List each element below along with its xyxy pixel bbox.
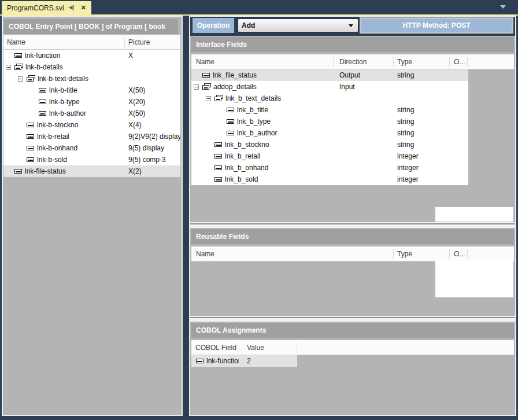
- column-divider[interactable]: [467, 57, 468, 67]
- cobol-tree-row[interactable]: lnk-file-statusX(2): [3, 165, 180, 177]
- cobol-tree-row[interactable]: lnk-b-text-details: [3, 73, 180, 84]
- interface-field-row-type-cell: integer: [393, 162, 449, 174]
- cobol-tree-row-label: lnk-b-onhand: [37, 142, 77, 154]
- column-header-cobol-field[interactable]: COBOL Field: [195, 340, 236, 355]
- collapse-minus-icon[interactable]: [206, 96, 211, 101]
- cobol-tree-row[interactable]: lnk-b-stocknoX(4): [3, 119, 180, 131]
- collapse-minus-icon[interactable]: [18, 76, 23, 82]
- expander-slot: [18, 76, 27, 82]
- interface-field-row-occurs-cell: [449, 162, 467, 174]
- column-header-occurs[interactable]: O...: [454, 54, 465, 69]
- field-icon: [227, 119, 235, 124]
- interface-field-row[interactable]: lnk_b_soldinteger: [191, 174, 468, 185]
- column-header-occurs[interactable]: O...: [454, 246, 465, 261]
- interface-fields-section: Interface Fields Name Direction Type O..…: [190, 36, 515, 222]
- cobol-assignments-title: COBOL Assignments: [191, 323, 514, 338]
- cobol-tree-row[interactable]: lnk-b-sold9(5) comp-3: [3, 154, 180, 165]
- column-divider[interactable]: [393, 249, 394, 259]
- interface-field-row[interactable]: addop_detailsInput: [191, 81, 468, 93]
- cobol-tree-row-picture-cell: X(20): [124, 96, 180, 108]
- interface-field-row[interactable]: lnk_b_titlestring: [191, 104, 468, 116]
- interface-field-row-direction-cell: [333, 93, 393, 104]
- cobol-tree-row-picture-cell: X(50): [124, 108, 180, 119]
- interface-field-row-type-cell: integer: [393, 174, 449, 185]
- interface-field-row[interactable]: lnk_b_authorstring: [191, 127, 468, 139]
- interface-field-row-type-cell: [393, 93, 449, 104]
- cobol-tree-row-label: lnk-b-type: [49, 96, 80, 108]
- interface-field-row-name-cell: lnk_b_author: [191, 127, 333, 139]
- interface-field-row[interactable]: lnk_b_retailinteger: [191, 150, 468, 162]
- interface-field-row[interactable]: lnk_file_statusOutputstring: [191, 69, 468, 81]
- column-header-value[interactable]: Value: [247, 340, 264, 355]
- interface-field-row-label: lnk_b_type: [237, 116, 271, 127]
- cobol-tree-row[interactable]: lnk-b-typeX(20): [3, 96, 180, 108]
- left-table-header: Name Picture: [3, 35, 180, 50]
- field-icon: [39, 110, 47, 116]
- cobol-tree-row-label: lnk-b-text-details: [38, 73, 88, 84]
- section-splitter[interactable]: [190, 316, 515, 322]
- group-icon: [14, 64, 23, 71]
- assignments-rows: lnk-function2: [191, 355, 514, 367]
- pin-icon[interactable]: [68, 5, 75, 11]
- column-header-name[interactable]: Name: [7, 35, 25, 50]
- interface-field-row-label: lnk_file_status: [213, 69, 257, 81]
- cobol-tree-row[interactable]: lnk-b-titleX(50): [3, 84, 180, 96]
- interface-field-row-label: lnk_b_sold: [225, 174, 258, 185]
- interface-field-row-direction-cell: [333, 116, 393, 127]
- interface-field-row-direction-cell: [333, 162, 393, 174]
- column-header-name[interactable]: Name: [196, 54, 214, 69]
- cobol-tree-row-name-cell: lnk-b-type: [3, 96, 124, 108]
- column-header-picture[interactable]: Picture: [128, 35, 150, 50]
- collapse-minus-icon[interactable]: [194, 84, 199, 90]
- cobol-tree-row-label: lnk-b-stockno: [37, 119, 78, 131]
- cobol-tree-row[interactable]: lnk-b-details: [3, 61, 180, 73]
- document-tab[interactable]: ProgramCORS.svi ✕: [2, 1, 91, 14]
- cobol-tree-row-name-cell: lnk-b-sold: [3, 154, 124, 165]
- expander-slot: [206, 96, 214, 101]
- column-divider[interactable]: [467, 249, 468, 259]
- interface-field-row[interactable]: lnk_b_text_details: [191, 93, 468, 104]
- empty-detail-box: [435, 261, 513, 297]
- operation-selected-value: Add: [242, 21, 255, 30]
- close-icon[interactable]: ✕: [81, 5, 86, 11]
- column-divider[interactable]: [449, 57, 450, 67]
- interface-field-row-direction-cell: [333, 174, 393, 185]
- operation-select[interactable]: Add: [238, 19, 358, 32]
- column-divider[interactable]: [393, 57, 394, 67]
- cobol-tree-row[interactable]: lnk-b-authorX(50): [3, 108, 180, 119]
- collapse-minus-icon[interactable]: [6, 65, 11, 70]
- column-divider[interactable]: [239, 342, 239, 352]
- reusable-table-header: Name Type O...: [191, 246, 514, 261]
- cobol-tree-row-label: lnk-file-status: [25, 165, 66, 177]
- cobol-tree-row[interactable]: lnk-b-onhand9(5) display: [3, 142, 180, 154]
- cobol-tree-row-label: lnk-b-details: [25, 61, 63, 73]
- cobol-tree-row[interactable]: lnk-functionX: [3, 50, 180, 61]
- interface-field-row-occurs-cell: [449, 69, 467, 81]
- column-header-type[interactable]: Type: [397, 246, 412, 261]
- column-header-direction[interactable]: Direction: [339, 54, 367, 69]
- interface-field-row-occurs-cell: [449, 150, 467, 162]
- column-divider[interactable]: [297, 342, 297, 352]
- cobol-tree-row[interactable]: lnk-b-retail9(2)V9(2) display: [3, 131, 180, 142]
- column-divider[interactable]: [449, 249, 450, 259]
- interface-field-row-label: lnk_b_text_details: [225, 93, 281, 104]
- interface-fields-tree: lnk_file_statusOutputstringaddop_details…: [191, 69, 468, 185]
- interface-field-row[interactable]: lnk_b_onhandinteger: [191, 162, 468, 174]
- reusable-fields-section: Reusable Fields Name Type O...: [190, 228, 515, 316]
- interface-field-row[interactable]: lnk_b_typestring: [191, 116, 468, 127]
- interface-field-row-name-cell: lnk_b_sold: [191, 174, 333, 185]
- interface-field-row-occurs-cell: [449, 116, 467, 127]
- interface-field-row[interactable]: lnk_b_stocknostring: [191, 139, 468, 150]
- column-divider[interactable]: [124, 37, 125, 47]
- field-icon: [39, 87, 47, 93]
- interface-field-row-direction-cell: [333, 127, 393, 139]
- interface-field-row-name-cell: lnk_b_retail: [191, 150, 333, 162]
- section-splitter[interactable]: [190, 222, 515, 228]
- column-header-name[interactable]: Name: [196, 246, 214, 261]
- interface-field-row-name-cell: addop_details: [191, 81, 333, 93]
- assignment-value-cell[interactable]: 2: [239, 355, 297, 367]
- assignment-row[interactable]: lnk-function2: [191, 355, 514, 367]
- column-header-type[interactable]: Type: [397, 54, 412, 69]
- column-divider[interactable]: [333, 57, 334, 67]
- open-files-chevron-down-icon[interactable]: [500, 5, 506, 9]
